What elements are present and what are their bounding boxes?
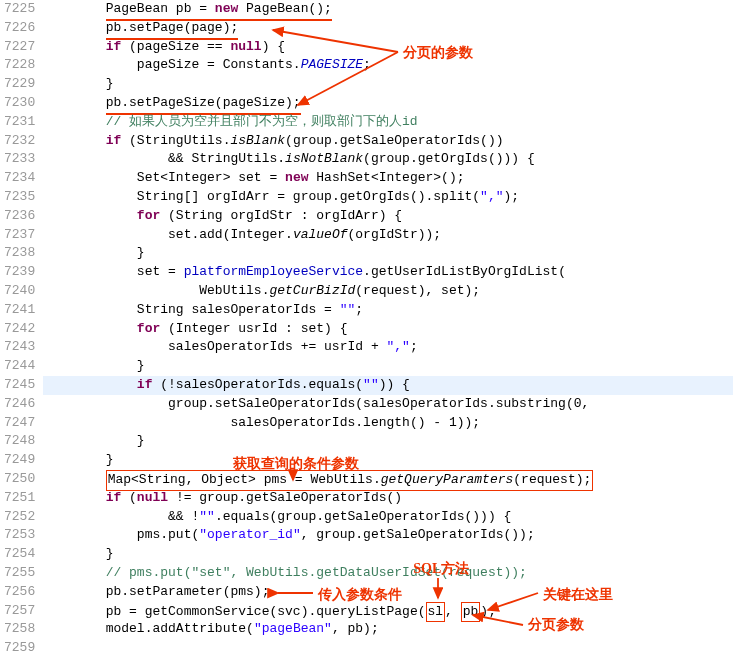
code-line[interactable]: String salesOperatorIds = ""; (43, 301, 733, 320)
code-line[interactable]: } (43, 451, 733, 470)
line-number: 7238 (4, 244, 35, 263)
code-line[interactable]: pb.setPageSize(pageSize); (43, 94, 733, 113)
line-number: 7244 (4, 357, 35, 376)
code-line[interactable]: && !"".equals(group.getSaleOperatorIds()… (43, 508, 733, 527)
line-number: 7237 (4, 226, 35, 245)
line-number: 7236 (4, 207, 35, 226)
line-number: 7230 (4, 94, 35, 113)
line-number: 7232 (4, 132, 35, 151)
code-editor: 7225722672277228722972307231723272337234… (0, 0, 733, 658)
line-number: 7227 (4, 38, 35, 57)
code-line[interactable]: } (43, 545, 733, 564)
line-number: 7231 (4, 113, 35, 132)
line-number: 7248 (4, 432, 35, 451)
line-number: 7246 (4, 395, 35, 414)
line-number: 7229 (4, 75, 35, 94)
line-number: 7249 (4, 451, 35, 470)
code-line[interactable]: } (43, 244, 733, 263)
line-number: 7245 (4, 376, 35, 395)
line-number: 7241 (4, 301, 35, 320)
line-number: 7235 (4, 188, 35, 207)
underline-highlight: pb.setPage(page); (106, 19, 239, 40)
code-line[interactable]: WebUtils.getCurBizId(request), set); (43, 282, 733, 301)
underline-highlight: PageBean pb = new PageBean(); (106, 0, 332, 21)
code-line[interactable]: // 如果人员为空并且部门不为空，则取部门下的人id (43, 113, 733, 132)
line-number-gutter: 7225722672277228722972307231723272337234… (0, 0, 43, 658)
code-line[interactable]: pb.setParameter(pms); (43, 583, 733, 602)
code-line[interactable]: pms.put("operator_id", group.getSaleOper… (43, 526, 733, 545)
code-line[interactable]: if (StringUtils.isBlank(group.getSaleOpe… (43, 132, 733, 151)
line-number: 7252 (4, 508, 35, 527)
code-line[interactable]: pb.setPage(page); (43, 19, 733, 38)
code-line[interactable]: if (null != group.getSaleOperatorIds() (43, 489, 733, 508)
code-line[interactable]: model.addAttribute("pageBean", pb); (43, 620, 733, 639)
code-line[interactable]: for (String orgIdStr : orgIdArr) { (43, 207, 733, 226)
code-line-highlighted[interactable]: if (!salesOperatorIds.equals("")) { (43, 376, 733, 395)
code-line[interactable]: pb = getCommonService(svc).queryListPage… (43, 602, 733, 621)
underline-highlight: pb.setPageSize(pageSize); (106, 94, 301, 115)
box-highlight: pb (461, 602, 481, 623)
code-line[interactable]: // pms.put("set", WebUtils.getDataUserId… (43, 564, 733, 583)
code-line[interactable]: } (43, 357, 733, 376)
code-line[interactable]: set = platformEmployeeService.getUserIdL… (43, 263, 733, 282)
line-number: 7226 (4, 19, 35, 38)
line-number: 7253 (4, 526, 35, 545)
line-number: 7240 (4, 282, 35, 301)
line-number: 7247 (4, 414, 35, 433)
code-line[interactable]: } (43, 75, 733, 94)
line-number: 7257 (4, 602, 35, 621)
line-number: 7225 (4, 0, 35, 19)
code-line[interactable]: set.add(Integer.valueOf(orgIdStr)); (43, 226, 733, 245)
line-number: 7228 (4, 56, 35, 75)
line-number: 7256 (4, 583, 35, 602)
line-number: 7251 (4, 489, 35, 508)
code-line[interactable]: group.setSaleOperatorIds(salesOperatorId… (43, 395, 733, 414)
code-line[interactable] (43, 639, 733, 658)
line-number: 7258 (4, 620, 35, 639)
code-line[interactable]: salesOperatorIds.length() - 1)); (43, 414, 733, 433)
code-line[interactable]: String[] orgIdArr = group.getOrgIds().sp… (43, 188, 733, 207)
code-line[interactable]: PageBean pb = new PageBean(); (43, 0, 733, 19)
code-area[interactable]: PageBean pb = new PageBean(); pb.setPage… (43, 0, 733, 658)
code-line[interactable]: salesOperatorIds += usrId + ","; (43, 338, 733, 357)
line-number: 7243 (4, 338, 35, 357)
line-number: 7239 (4, 263, 35, 282)
line-number: 7250 (4, 470, 35, 489)
box-highlight: sl (426, 602, 446, 623)
box-highlight: Map<String, Object> pms = WebUtils.getQu… (106, 470, 594, 491)
line-number: 7254 (4, 545, 35, 564)
code-line[interactable]: Map<String, Object> pms = WebUtils.getQu… (43, 470, 733, 489)
code-line[interactable]: if (pageSize == null) { (43, 38, 733, 57)
code-line[interactable]: && StringUtils.isNotBlank(group.getOrgId… (43, 150, 733, 169)
line-number: 7234 (4, 169, 35, 188)
line-number: 7259 (4, 639, 35, 658)
code-line[interactable]: Set<Integer> set = new HashSet<Integer>(… (43, 169, 733, 188)
code-line[interactable]: for (Integer usrId : set) { (43, 320, 733, 339)
line-number: 7233 (4, 150, 35, 169)
line-number: 7255 (4, 564, 35, 583)
code-line[interactable]: pageSize = Constants.PAGESIZE; (43, 56, 733, 75)
code-line[interactable]: } (43, 432, 733, 451)
line-number: 7242 (4, 320, 35, 339)
